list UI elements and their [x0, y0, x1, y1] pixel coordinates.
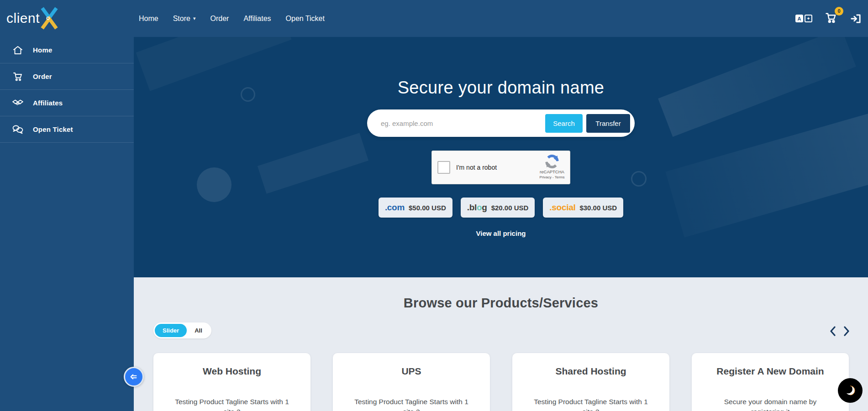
sidebar-item-open-ticket[interactable]: Open Ticket — [0, 116, 134, 143]
sidebar-item-label: Home — [33, 46, 52, 54]
product-card-tagline: Testing Product Tagline Starts with 1 si… — [512, 397, 669, 411]
sidebar-item-order[interactable]: Order — [0, 63, 134, 90]
home-icon — [11, 45, 25, 56]
hero-decor-circle — [197, 167, 231, 202]
toggle-all-option[interactable]: All — [187, 324, 210, 337]
hero-title: Secure your domain name — [398, 78, 605, 98]
domain-transfer-button[interactable]: Transfer — [586, 114, 630, 133]
recaptcha-label: I'm not a robot — [456, 164, 497, 171]
toggle-slider-option[interactable]: Slider — [155, 324, 187, 337]
hero-decor-band — [665, 73, 868, 237]
view-mode-toggle: Slider All — [153, 323, 211, 338]
chat-bubbles-icon — [11, 124, 25, 135]
recaptcha-widget: I'm not a robot reCAPTCHA Privacy - Term… — [431, 151, 570, 184]
collapse-arrow-left-icon — [129, 372, 139, 382]
sidebar-item-label: Order — [33, 73, 52, 80]
recaptcha-logo-icon — [545, 154, 559, 169]
product-card-title: Register A New Domain — [692, 366, 849, 377]
domain-search-button[interactable]: Search — [545, 114, 583, 133]
tld-pricing-row: .com $50.00 USD .blog $20.00 USD .social… — [379, 198, 623, 218]
tld-com-logo: .com — [385, 203, 405, 213]
cart-count-badge: 0 — [835, 7, 843, 16]
sign-in-icon — [850, 13, 862, 25]
product-card-shared-hosting[interactable]: Shared Hosting Testing Product Tagline S… — [512, 353, 669, 411]
sidebar-item-affiliates[interactable]: Affiliates — [0, 90, 134, 116]
moon-icon — [844, 385, 856, 396]
products-toolbar: Slider All — [134, 323, 868, 339]
clientx-home-page: Secure your domain name Search Transfer … — [0, 0, 868, 411]
tld-social-price: $30.00 USD — [579, 204, 617, 212]
product-card-title: Shared Hosting — [512, 366, 669, 377]
products-section: Browse our Products/Services Slider All — [134, 277, 868, 411]
carousel-arrows — [830, 326, 850, 336]
tld-com-price-button[interactable]: .com $50.00 USD — [379, 198, 452, 218]
chevron-down-icon: ▾ — [193, 16, 196, 21]
view-all-pricing-link[interactable]: View all pricing — [476, 229, 526, 237]
product-card-tagline: Testing Product Tagline Starts with 1 si… — [333, 397, 490, 411]
hero-decor-ring — [631, 171, 647, 187]
sidebar-item-label: Open Ticket — [33, 125, 73, 133]
tld-com-price: $50.00 USD — [409, 204, 446, 212]
nav-link-open-ticket[interactable]: Open Ticket — [286, 15, 325, 23]
logo-text: client — [6, 10, 40, 26]
product-card-web-hosting[interactable]: Web Hosting Testing Product Tagline Star… — [153, 353, 310, 411]
cart-button[interactable]: 0 — [824, 11, 838, 26]
chevron-right-icon — [843, 326, 850, 336]
hero-decor-band — [258, 133, 368, 193]
chevron-left-icon — [830, 326, 836, 336]
clientx-logo[interactable]: client — [6, 5, 63, 32]
product-card-title: UPS — [333, 366, 490, 377]
hero-decor-band — [136, 37, 292, 91]
login-button[interactable] — [850, 13, 862, 25]
logo-x-icon — [36, 5, 63, 32]
hero-decor-band — [658, 37, 856, 137]
product-card-tagline: Testing Product Tagline Starts with 1 si… — [153, 397, 310, 411]
navbar-links: Home Store▾ Order Affiliates Open Ticket — [139, 0, 325, 37]
tld-social-price-button[interactable]: .social $30.00 USD — [543, 198, 623, 218]
product-card-title: Web Hosting — [153, 366, 310, 377]
translate-letter: A — [795, 15, 803, 22]
recaptcha-branding: reCAPTCHA Privacy - Terms — [538, 154, 566, 179]
product-card-tagline: Secure your domain name by registering i… — [692, 397, 849, 411]
carousel-prev-button[interactable] — [830, 326, 836, 336]
nav-link-affiliates[interactable]: Affiliates — [243, 15, 271, 23]
nav-link-home[interactable]: Home — [139, 15, 158, 23]
product-card-register-domain[interactable]: Register A New Domain Secure your domain… — [692, 353, 849, 411]
products-heading: Browse our Products/Services — [134, 296, 868, 311]
tld-blog-price: $20.00 USD — [491, 204, 529, 212]
tld-blog-logo: .blog — [467, 203, 487, 213]
carousel-next-button[interactable] — [843, 326, 850, 336]
recaptcha-brand-text: reCAPTCHA — [540, 169, 564, 174]
cart-icon — [11, 71, 25, 82]
recaptcha-privacy-terms-links[interactable]: Privacy - Terms — [540, 175, 565, 179]
navbar-right-icons: A ✦ 0 — [795, 0, 862, 37]
language-translate-icon[interactable]: A ✦ — [795, 15, 812, 22]
dark-mode-toggle-button[interactable] — [838, 378, 863, 403]
translate-glyph: ✦ — [805, 15, 812, 22]
hero-decor-ring — [241, 87, 255, 102]
product-card-ups[interactable]: UPS Testing Product Tagline Starts with … — [333, 353, 490, 411]
sidebar-item-home[interactable]: Home — [0, 37, 134, 63]
sidebar-collapse-button[interactable] — [124, 367, 144, 387]
tld-blog-price-button[interactable]: .blog $20.00 USD — [461, 198, 535, 218]
top-navbar: client Home Store▾ Order Affiliates Open… — [0, 0, 868, 37]
nav-link-store[interactable]: Store▾ — [173, 15, 196, 23]
product-cards-row: Web Hosting Testing Product Tagline Star… — [134, 353, 868, 411]
handshake-icon — [11, 98, 25, 109]
recaptcha-checkbox[interactable] — [437, 161, 450, 174]
sidebar: Home Order Affiliates — [0, 37, 134, 411]
tld-social-logo: .social — [549, 203, 575, 213]
domain-search-input[interactable] — [367, 120, 545, 127]
sidebar-item-label: Affiliates — [33, 99, 63, 107]
domain-search-bar: Search Transfer — [367, 109, 635, 137]
nav-link-order[interactable]: Order — [210, 15, 229, 23]
hero-domain-search-section: Secure your domain name Search Transfer … — [134, 37, 868, 277]
